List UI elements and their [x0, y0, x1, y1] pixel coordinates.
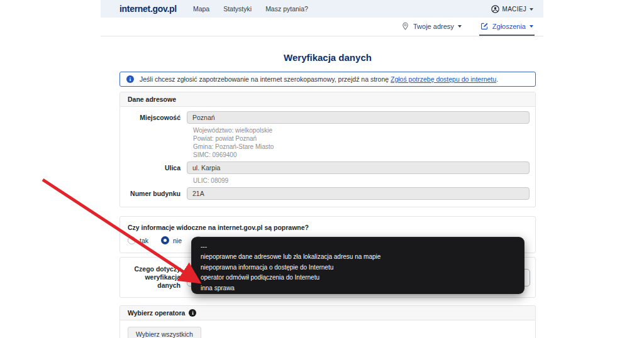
city-input[interactable]: Poznań: [187, 111, 530, 124]
street-input[interactable]: ul. Karpia: [187, 161, 530, 174]
meta-ulic: ULIC: 08099: [193, 177, 530, 185]
city-row: Miejscowość Poznań: [120, 111, 530, 124]
radio-icon: [161, 236, 169, 244]
chevron-down-icon: [458, 25, 462, 28]
secondary-nav-bar: Twoje adresy Zgłoszenia: [101, 18, 543, 36]
dropdown-option-operator-refused[interactable]: operator odmówił podłączenia do Internet…: [192, 273, 524, 283]
meta-wojewodztwo: Województwo: wielkopolskie: [193, 126, 530, 134]
edit-note-icon: [480, 22, 489, 30]
operator-section-header: Wybierz operatora i: [120, 306, 535, 320]
radio-nie-selected[interactable]: nie: [161, 236, 182, 244]
nav-item-masz-pytania[interactable]: Masz pytania?: [265, 5, 308, 13]
dropdown-option-bad-address[interactable]: niepoprawne dane adresowe lub zła lokali…: [192, 252, 524, 262]
dropdown-option-bad-access-info[interactable]: niepoprawna informacja o dostępie do Int…: [192, 263, 524, 273]
info-banner-text: Jeśli chcesz zgłosić zapotrzebowanie na …: [140, 75, 498, 83]
building-label: Numer budynku: [120, 187, 187, 197]
city-label: Miejscowość: [120, 111, 187, 121]
radio-label: tak: [140, 237, 148, 244]
meta-gmina: Gmina: Poznań-Stare Miasto: [193, 143, 530, 151]
tab-label: Twoje adresy: [413, 23, 454, 30]
street-label: Ulica: [120, 161, 187, 172]
info-banner: i Jeśli chcesz zgłosić zapotrzebowanie n…: [119, 72, 536, 87]
info-icon: i: [126, 75, 134, 83]
chevron-down-icon: [530, 25, 533, 28]
user-name: MACIEJ: [502, 6, 526, 13]
tab-zgloszenia[interactable]: Zgłoszenia: [479, 18, 535, 36]
dropdown-option-empty[interactable]: ---: [192, 242, 524, 252]
chevron-down-icon: [530, 8, 533, 11]
subject-dropdown-menu: --- niepoprawne dane adresowe lub zła lo…: [192, 237, 524, 293]
nav-item-statystyki[interactable]: Statystyki: [223, 5, 252, 13]
meta-simc: SIMC: 0969400: [193, 151, 530, 159]
street-row: Ulica ul. Karpia: [120, 161, 530, 174]
info-banner-link[interactable]: Zgłoś potrzebę dostępu do internetu: [391, 75, 496, 83]
tab-twoje-adresy[interactable]: Twoje adresy: [400, 18, 463, 36]
page-title: Weryfikacja danych: [119, 52, 536, 63]
meta-powiat: Powiat: powiat Poznań: [193, 134, 530, 143]
nav-item-mapa[interactable]: Mapa: [193, 5, 209, 13]
subject-label: Czego dotyczy weryfikacja danych: [120, 265, 187, 290]
select-all-operators-button[interactable]: Wybierz wszystkich: [128, 327, 201, 338]
dropdown-option-other[interactable]: inna sprawa: [192, 283, 524, 293]
info-icon[interactable]: i: [189, 309, 196, 317]
tab-label: Zgłoszenia: [492, 23, 526, 30]
operator-section-body: Wybierz wszystkich: [120, 320, 535, 338]
operator-section-title: Wybierz operatora: [128, 309, 185, 317]
top-navigation: Mapa Statystyki Masz pytania?: [193, 5, 308, 13]
radio-tak[interactable]: tak: [128, 236, 148, 244]
building-input[interactable]: 21A: [187, 187, 530, 200]
site-logo[interactable]: internet.gov.pl: [119, 4, 177, 14]
city-meta: Województwo: wielkopolskie Powiat: powia…: [193, 126, 530, 159]
address-section-body: Miejscowość Poznań Województwo: wielkopo…: [120, 107, 535, 207]
street-meta: ULIC: 08099: [193, 177, 530, 185]
address-section: Dane adresowe Miejscowość Poznań Wojewód…: [119, 92, 536, 207]
user-icon: [491, 5, 499, 13]
user-menu[interactable]: MACIEJ: [491, 5, 533, 13]
top-bar: internet.gov.pl Mapa Statystyki Masz pyt…: [101, 0, 543, 18]
radio-icon: [128, 236, 136, 244]
main-content: Weryfikacja danych i Jeśli chcesz zgłosi…: [101, 52, 543, 338]
radio-label: nie: [173, 237, 182, 244]
location-pin-icon: [401, 22, 409, 30]
building-row: Numer budynku 21A: [120, 187, 530, 200]
operator-section: Wybierz operatora i Wybierz wszystkich: [119, 305, 536, 338]
correctness-question: Czy informacje widoczne na internet.gov.…: [128, 224, 528, 231]
address-section-header: Dane adresowe: [120, 92, 535, 107]
